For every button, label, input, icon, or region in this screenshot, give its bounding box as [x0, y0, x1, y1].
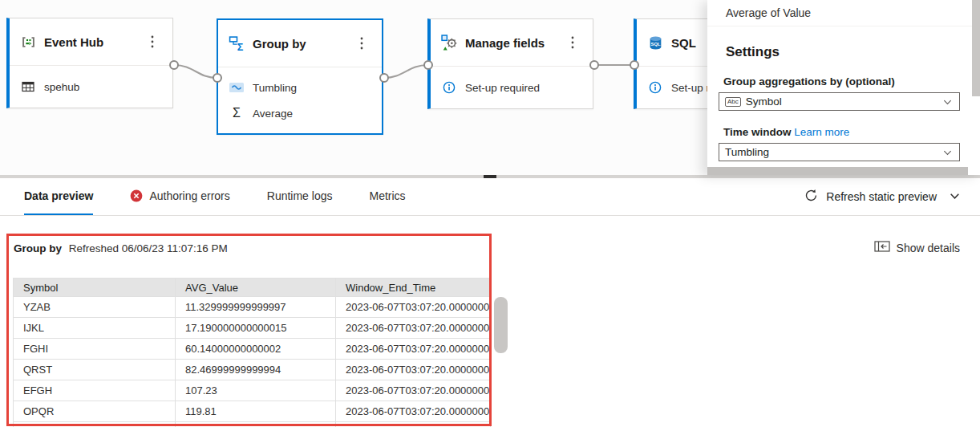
table-cell: FGHI	[14, 339, 176, 359]
tumbling-window-icon	[229, 83, 245, 92]
settings-title: Settings	[726, 44, 980, 60]
table-header-row: Symbol AVG_Value Window_End_Time	[14, 279, 490, 297]
table-cell: 2023-06-07T03:07:20.0000000Z	[336, 380, 492, 401]
node-manage-fields[interactable]: Manage fields Set-up required	[427, 18, 593, 109]
table-row: KLMN 126.42000000000004 2023-06-07T03:07…	[14, 422, 490, 427]
table-cell: 2023-06-07T03:07:20.0000000Z	[336, 297, 492, 317]
node-body: Tumbling Σ Average	[218, 67, 382, 133]
preview-table: Symbol AVG_Value Window_End_Time YZAB 11…	[13, 278, 491, 427]
node-title: Group by	[253, 37, 350, 51]
tab-authoring-errors[interactable]: Authoring errors	[130, 178, 229, 215]
node-header: Σ Group by	[218, 20, 382, 67]
node-row-label: Tumbling	[253, 82, 297, 94]
node-title: Event Hub	[44, 35, 141, 49]
column-header: Symbol	[14, 279, 176, 296]
table-row: QRST 82.46999999999994 2023-06-07T03:07:…	[14, 360, 490, 380]
table-cell: OPQR	[14, 401, 176, 421]
learn-more-link[interactable]: Learn more	[794, 126, 849, 138]
table-cell: 11.329999999999997	[176, 297, 336, 317]
tab-label: Metrics	[369, 189, 405, 202]
tabs: Data preview Authoring errors Runtime lo…	[0, 178, 406, 215]
svg-text:Σ: Σ	[237, 41, 244, 51]
node-row: Σ Average	[229, 100, 382, 126]
tab-data-preview[interactable]: Data preview	[24, 178, 93, 215]
table-icon	[20, 80, 36, 93]
tab-metrics[interactable]: Metrics	[369, 178, 405, 215]
table-cell: 17.190000000000015	[176, 318, 336, 338]
table-row: IJKL 17.190000000000015 2023-06-07T03:07…	[14, 318, 490, 339]
tab-runtime-logs[interactable]: Runtime logs	[267, 178, 333, 215]
group-by-icon: Σ	[229, 35, 245, 52]
refresh-label: Refresh static preview	[826, 190, 937, 203]
sql-database-icon: SQL	[647, 35, 664, 51]
chevron-down-icon[interactable]	[949, 190, 961, 202]
table-row: FGHI 60.14000000000002 2023-06-07T03:07:…	[14, 339, 490, 360]
manage-fields-icon	[441, 35, 458, 51]
kebab-menu-icon[interactable]	[358, 36, 366, 51]
field-type-abc-icon: Abc	[725, 97, 741, 107]
aggregation-list-item[interactable]: Average of Value	[707, 0, 980, 26]
panel-horizontal-scrollbar[interactable]	[707, 167, 968, 175]
canvas-scrollbar-thumb[interactable]	[484, 175, 496, 178]
stream-analytics-editor: Event Hub spehu	[0, 0, 980, 427]
node-event-hub[interactable]: Event Hub spehu	[6, 18, 173, 108]
column-header: Window_End_Time	[336, 279, 492, 296]
show-details-icon	[874, 241, 890, 254]
table-row: EFGH 107.23 2023-06-07T03:07:20.0000000Z	[14, 380, 490, 401]
dropdown-value: Tumbling	[725, 146, 769, 158]
node-row: spehub	[20, 74, 172, 100]
chevron-down-icon	[942, 97, 953, 108]
table-cell: YZAB	[14, 297, 176, 317]
node-group-by[interactable]: Σ Group by Tumbling	[217, 18, 383, 135]
node-row: Set-up required	[441, 75, 593, 100]
canvas-horizontal-scrollbar[interactable]	[0, 175, 980, 178]
tab-bar: Data preview Authoring errors Runtime lo…	[0, 178, 980, 216]
table-row: OPQR 119.81 2023-06-07T03:07:20.0000000Z	[14, 401, 490, 422]
node-body: spehub	[10, 66, 172, 108]
event-hub-icon	[20, 34, 37, 51]
group-aggregations-label: Group aggregations by (optional)	[723, 75, 980, 87]
table-cell: 2023-06-07T03:07:20.0000000Z	[336, 318, 492, 338]
time-window-dropdown[interactable]: Tumbling	[719, 143, 960, 161]
tab-label: Runtime logs	[267, 189, 333, 202]
sigma-icon: Σ	[233, 106, 241, 120]
node-body: Set-up required	[431, 67, 593, 108]
node-title: Manage fields	[465, 36, 561, 50]
node-row-label: spehub	[44, 81, 79, 93]
table-cell: QRST	[14, 360, 176, 380]
tab-label: Data preview	[24, 189, 93, 202]
tab-label: Authoring errors	[149, 189, 229, 202]
table-cell: 126.42000000000004	[176, 422, 336, 427]
table-cell: 2023-06-07T03:07:20.0000000Z	[336, 422, 492, 427]
table-scrollbar-thumb[interactable]	[494, 297, 508, 353]
refresh-static-preview-button[interactable]: Refresh static preview	[804, 178, 961, 214]
node-header: Event Hub	[10, 18, 172, 66]
panel-vertical-scrollbar[interactable]	[972, 0, 980, 96]
refresh-icon	[804, 189, 818, 205]
node-row: Tumbling	[229, 75, 382, 100]
table-cell: KLMN	[14, 422, 176, 427]
table-row: YZAB 11.329999999999997 2023-06-07T03:07…	[14, 297, 490, 318]
preview-refreshed-text: Refreshed 06/06/23 11:07:16 PM	[69, 242, 228, 254]
kebab-menu-icon[interactable]	[148, 35, 156, 49]
settings-panel: Average of Value Settings Group aggregat…	[707, 0, 980, 175]
show-details-label: Show details	[897, 242, 960, 254]
info-icon	[647, 81, 663, 94]
table-cell: EFGH	[14, 380, 176, 401]
table-cell: 60.14000000000002	[176, 339, 336, 359]
table-cell: 2023-06-07T03:07:20.0000000Z	[336, 339, 492, 359]
svg-text:SQL: SQL	[650, 41, 660, 46]
info-icon	[441, 81, 457, 94]
node-row-label: Average	[253, 108, 293, 120]
group-aggregations-dropdown[interactable]: Abc Symbol	[719, 92, 960, 111]
show-details-button[interactable]: Show details	[874, 241, 960, 254]
dropdown-value: Symbol	[746, 96, 782, 108]
column-header: AVG_Value	[176, 279, 336, 296]
kebab-menu-icon[interactable]	[569, 35, 577, 50]
table-cell: 82.46999999999994	[176, 360, 336, 380]
time-window-label-text: Time window	[723, 126, 792, 138]
chevron-down-icon	[942, 148, 953, 158]
time-window-label: Time window Learn more	[723, 126, 980, 138]
error-icon	[130, 189, 143, 202]
table-cell: 119.81	[176, 401, 336, 421]
